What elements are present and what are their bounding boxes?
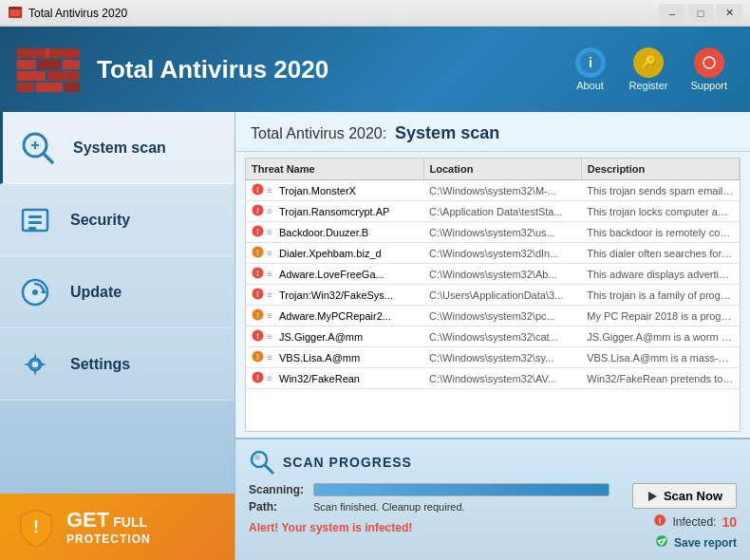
register-button[interactable]: 🔑 Register: [622, 42, 676, 97]
about-button[interactable]: i About: [567, 42, 614, 97]
svg-rect-4: [17, 48, 46, 58]
svg-rect-10: [47, 71, 80, 81]
svg-rect-32: [28, 227, 36, 230]
threat-location-cell: C:\Windows\system32\cat...: [423, 327, 581, 347]
threat-type-icon: !: [252, 267, 264, 281]
threat-type-icon: !: [252, 371, 264, 385]
table-header-row: Threat Name Location Description: [246, 159, 740, 180]
threat-location-cell: C:\Windows\system32\sy...: [423, 347, 581, 368]
security-icon: [13, 198, 57, 242]
svg-text:!: !: [256, 289, 259, 299]
svg-rect-5: [49, 48, 80, 58]
sidebar-settings-label: Settings: [70, 356, 130, 373]
threat-name: JS.Gigger.A@mm: [279, 331, 363, 343]
threat-location-cell: C:\Windows\system32\pc...: [423, 306, 581, 327]
svg-text:🔑: 🔑: [641, 54, 657, 70]
close-button[interactable]: ✕: [716, 4, 742, 23]
save-report-icon: [655, 534, 668, 551]
support-label: Support: [690, 80, 727, 91]
scan-now-button[interactable]: Scan Now: [632, 483, 737, 509]
protection-label: PROTECTION: [66, 532, 151, 546]
svg-text:!: !: [256, 227, 259, 236]
title-bar-text: Total Antivirus 2020: [28, 7, 659, 20]
table-row: ! ≡ Adware.MyPCRepair2... C:\Windows\sys…: [246, 306, 740, 327]
scan-progress-bar: [313, 483, 609, 496]
path-value: Scan finished. Cleanup required.: [313, 501, 465, 513]
threat-name: Dialer.Xpehbam.biz_d: [279, 248, 382, 259]
scan-bar-fill: [314, 484, 609, 495]
main-content: Total Antivirus 2020: System scan Threat…: [235, 112, 750, 560]
svg-text:i: i: [589, 55, 592, 70]
svg-line-60: [265, 465, 272, 473]
register-label: Register: [629, 80, 668, 91]
svg-rect-12: [36, 83, 63, 92]
threat-name-cell: ! ≡ Dialer.Xpehbam.biz_d: [246, 243, 423, 264]
update-icon: [13, 271, 57, 314]
threat-name-cell: ! ≡ VBS.Lisa.A@mm: [246, 347, 423, 368]
svg-text:!: !: [256, 269, 259, 278]
header-action-buttons: i About 🔑 Register Support: [567, 42, 736, 97]
svg-point-18: [699, 52, 720, 73]
threat-table-container: Threat Name Location Description ! ≡: [245, 158, 741, 432]
threat-description-cell: This adware displays advertise...: [581, 264, 739, 285]
table-row: ! ≡ Adware.LoveFreeGa... C:\Windows\syst…: [246, 264, 740, 285]
scan-progress-panel: Scan Progress Scanning: Path: Scan finis…: [235, 438, 750, 560]
threat-name: Trojan.MonsterX: [279, 185, 356, 196]
table-row: ! ≡ VBS.Lisa.A@mm C:\Windows\system32\sy…: [246, 347, 740, 368]
threat-type-icon: !: [252, 329, 264, 344]
system-scan-icon: [16, 126, 60, 170]
threat-name: Trojan.Ransomcrypt.AP: [279, 206, 389, 217]
svg-text:!: !: [256, 310, 259, 320]
svg-text:!: !: [256, 248, 259, 257]
infected-icon: !: [653, 513, 666, 530]
sidebar-item-system-scan[interactable]: System scan: [0, 112, 234, 184]
save-report-button[interactable]: Save report: [655, 534, 737, 551]
scanning-label: Scanning:: [249, 483, 306, 496]
threat-name: Win32/FakeRean: [279, 373, 360, 384]
page-title: System scan: [395, 123, 499, 142]
table-row: ! ≡ JS.Gigger.A@mm C:\Windows\system32\c…: [246, 327, 740, 347]
sidebar-item-update[interactable]: Update: [0, 256, 234, 328]
table-row: ! ≡ Dialer.Xpehbam.biz_d C:\Windows\syst…: [246, 243, 740, 264]
threat-name-cell: ! ≡ JS.Gigger.A@mm: [246, 327, 423, 347]
threat-type-icon: !: [252, 350, 264, 364]
main-layout: System scan Security: [0, 112, 750, 560]
get-protection-promo[interactable]: ! GET FULL PROTECTION: [0, 494, 234, 560]
table-row: ! ≡ Backdoor.Duuzer.B C:\Windows\system3…: [246, 222, 740, 243]
scan-scanning-row: Scanning:: [249, 483, 609, 496]
full-label: FULL: [113, 514, 147, 530]
svg-text:!: !: [256, 373, 259, 383]
threat-name-cell: ! ≡ Trojan:Win32/FakeSys...: [246, 285, 423, 306]
threat-name-cell: ! ≡ Adware.LoveFreeGa...: [246, 264, 423, 285]
title-bar: Total Antivirus 2020 – □ ✕: [0, 0, 750, 27]
threat-name: Backdoor.Duuzer.B: [279, 227, 368, 238]
threat-name: VBS.Lisa.A@mm: [279, 352, 360, 364]
scan-progress-header: Scan Progress: [249, 449, 737, 476]
minimize-button[interactable]: –: [659, 4, 685, 23]
sidebar-item-security[interactable]: Security: [0, 184, 234, 256]
infected-label: Infected:: [672, 515, 716, 529]
svg-rect-7: [38, 60, 61, 69]
svg-text:!: !: [33, 517, 39, 536]
svg-marker-62: [648, 492, 657, 501]
threat-location-cell: C:\Windows\system32\Ab...: [423, 264, 581, 285]
threat-name-cell: ! ≡ Backdoor.Duuzer.B: [246, 222, 423, 243]
shield-warning-icon: !: [15, 506, 57, 548]
threat-description-cell: This backdoor is remotely contr...: [581, 222, 739, 243]
sidebar-item-settings[interactable]: Settings: [0, 328, 234, 401]
support-button[interactable]: Support: [683, 42, 735, 97]
threat-name: Adware.MyPCRepair2...: [279, 310, 391, 322]
threat-description-cell: This dialer often searches for s...: [581, 243, 739, 264]
table-row: ! ≡ Trojan:Win32/FakeSys... C:\Users\App…: [246, 285, 740, 306]
threat-type-icon: !: [252, 246, 264, 260]
restore-button[interactable]: □: [687, 4, 714, 23]
header-title: Total Antivirus 2020: [97, 55, 567, 84]
path-label: Path:: [249, 500, 306, 513]
svg-line-26: [44, 154, 52, 162]
svg-rect-1: [10, 9, 20, 16]
register-icon: 🔑: [633, 47, 664, 78]
table-row: ! ≡ Trojan.MonsterX C:\Windows\system32\…: [246, 180, 740, 201]
svg-rect-9: [17, 71, 46, 81]
sidebar-security-label: Security: [70, 212, 130, 229]
app-header: Total Antivirus 2020 i About 🔑 Register …: [0, 27, 750, 112]
